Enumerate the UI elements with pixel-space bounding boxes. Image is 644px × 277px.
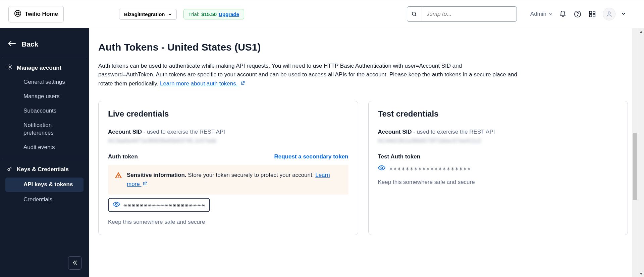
page-title: Auth Tokens - United States (US1) xyxy=(98,42,628,53)
topbar: Twilio Home BizagiIntegration Trial: $15… xyxy=(0,0,644,28)
live-hint: Keep this somewhere safe and secure xyxy=(108,219,348,225)
chevron-down-icon xyxy=(549,11,552,17)
warning-icon xyxy=(115,171,122,179)
twilio-logo-icon xyxy=(14,10,21,19)
learn-more-label: Learn more about auth tokens. xyxy=(160,80,238,87)
svg-point-15 xyxy=(9,66,11,68)
svg-point-17 xyxy=(115,204,117,206)
sidebar-item-api-keys-tokens[interactable]: API keys & tokens xyxy=(5,178,84,192)
scroll-up-arrow-icon[interactable]: ▲ xyxy=(639,28,643,35)
svg-point-0 xyxy=(15,10,21,16)
apps-grid-icon[interactable] xyxy=(588,10,597,18)
sidebar-item-general-settings[interactable]: General settings xyxy=(0,75,89,89)
test-sid-desc: - used to exercise the REST API xyxy=(413,129,495,135)
svg-rect-12 xyxy=(593,15,595,17)
test-credentials-card: Test credentials Account SID - used to e… xyxy=(368,101,628,235)
info-bold: Sensitive information. xyxy=(127,172,186,178)
trial-badge: Trial: $15.50 Upgrade xyxy=(183,9,245,19)
page-description: Auth tokens can be used to authenticate … xyxy=(98,62,518,88)
trial-amount: $15.50 xyxy=(201,11,217,17)
admin-label: Admin xyxy=(530,11,546,17)
back-label: Back xyxy=(21,40,38,48)
collapse-sidebar-button[interactable] xyxy=(68,256,82,270)
user-avatar[interactable] xyxy=(603,8,615,20)
arrow-left-icon xyxy=(8,40,16,48)
live-auth-label: Auth token xyxy=(108,153,138,160)
external-link-icon xyxy=(143,180,147,189)
eye-icon[interactable] xyxy=(113,201,120,209)
account-name: BizagiIntegration xyxy=(124,11,165,17)
svg-point-1 xyxy=(16,12,17,13)
svg-rect-10 xyxy=(593,11,595,13)
back-button[interactable]: Back xyxy=(0,38,89,55)
external-link-icon xyxy=(240,79,245,88)
sidebar-item-credentials[interactable]: Credentials xyxy=(0,193,89,207)
key-icon xyxy=(7,166,13,174)
svg-rect-9 xyxy=(590,11,592,13)
sensitive-info-callout: Sensitive information. Store your token … xyxy=(108,165,348,195)
live-token-masked: ✳✳✳✳✳✳✳✳✳✳✳✳✳✳✳✳✳✳✳✳ xyxy=(123,202,206,208)
svg-point-8 xyxy=(577,15,578,16)
svg-point-4 xyxy=(18,14,19,15)
help-icon[interactable] xyxy=(573,10,582,18)
live-sid-label: Account SID xyxy=(108,129,142,135)
topbar-right: Admin xyxy=(530,8,626,20)
chevrons-left-icon xyxy=(72,260,78,267)
request-secondary-token-link[interactable]: Request a secondary token xyxy=(274,153,348,160)
section-keys-credentials[interactable]: Keys & Credentials xyxy=(0,162,89,177)
chevron-down-icon[interactable] xyxy=(622,11,626,17)
chevron-down-icon xyxy=(168,11,172,17)
live-token-field[interactable]: ✳✳✳✳✳✳✳✳✳✳✳✳✳✳✳✳✳✳✳✳ xyxy=(108,198,210,212)
sidebar: Back Manage account General settings Man… xyxy=(0,28,89,277)
trial-prefix: Trial: xyxy=(189,11,200,17)
search-input[interactable] xyxy=(422,11,517,17)
learn-more-auth-tokens-link[interactable]: Learn more about auth tokens. xyxy=(160,80,245,87)
section-label: Keys & Credentials xyxy=(17,166,69,173)
svg-point-13 xyxy=(608,12,610,14)
info-text: Store your token securely to protect you… xyxy=(188,172,315,178)
svg-point-3 xyxy=(16,14,17,15)
jump-to-search[interactable] xyxy=(407,6,517,22)
sidebar-item-audit-events[interactable]: Audit events xyxy=(0,140,89,155)
home-label: Twilio Home xyxy=(25,11,58,17)
live-heading: Live credentials xyxy=(108,109,348,119)
admin-dropdown[interactable]: Admin xyxy=(530,11,552,17)
svg-line-6 xyxy=(415,15,417,16)
sidebar-item-subaccounts[interactable]: Subaccounts xyxy=(0,104,89,118)
live-credentials-card: Live credentials Account SID - used to e… xyxy=(98,101,358,235)
test-hint: Keep this somewhere safe and secure xyxy=(378,179,619,186)
window-scrollbar[interactable]: ▲ ▼ xyxy=(638,28,644,277)
svg-rect-11 xyxy=(590,15,592,17)
live-sid-desc: - used to exercise the REST API xyxy=(144,129,225,135)
svg-point-5 xyxy=(412,12,416,15)
search-icon xyxy=(407,7,422,21)
main-content: Auth Tokens - United States (US1) Auth t… xyxy=(89,28,638,277)
account-dropdown[interactable]: BizagiIntegration xyxy=(119,9,177,20)
live-sid-value: AC3aa5e4471e3f0639e65b63745.2c57ede xyxy=(108,138,348,144)
test-token-field[interactable]: ✳✳✳✳✳✳✳✳✳✳✳✳✳✳✳✳✳✳✳✳ xyxy=(378,165,619,172)
svg-point-16 xyxy=(8,168,10,170)
sidebar-item-manage-users[interactable]: Manage users xyxy=(0,89,89,104)
upgrade-link[interactable]: Upgrade xyxy=(219,11,239,17)
sidebar-item-notification-preferences[interactable]: Notification preferences xyxy=(0,118,89,140)
test-sid-label: Account SID xyxy=(378,129,412,135)
main-scrollbar-thumb[interactable] xyxy=(633,133,637,200)
svg-point-18 xyxy=(381,167,383,169)
scroll-down-arrow-icon[interactable]: ▼ xyxy=(639,270,643,277)
test-sid-value: AC44d13b1a36b6573f71bbec57ee411c2 xyxy=(378,138,619,144)
twilio-home-button[interactable]: Twilio Home xyxy=(8,6,64,22)
section-manage-account[interactable]: Manage account xyxy=(0,61,89,75)
test-auth-label: Test Auth token xyxy=(378,153,421,160)
test-heading: Test credentials xyxy=(378,109,619,119)
svg-point-2 xyxy=(18,12,19,13)
section-label: Manage account xyxy=(17,65,61,71)
test-token-masked: ✳✳✳✳✳✳✳✳✳✳✳✳✳✳✳✳✳✳✳✳ xyxy=(389,165,472,172)
notifications-icon[interactable] xyxy=(558,10,567,18)
eye-icon[interactable] xyxy=(378,165,385,172)
gear-icon xyxy=(7,64,13,72)
